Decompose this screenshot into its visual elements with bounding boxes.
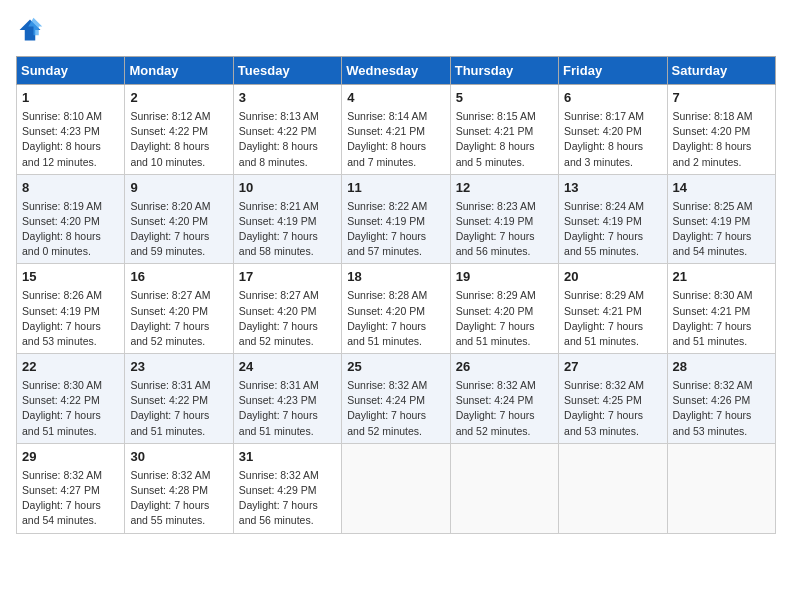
calendar-day-cell: 18 Sunrise: 8:28 AMSunset: 4:20 PMDaylig…	[342, 264, 450, 354]
day-number: 26	[456, 358, 553, 377]
calendar-day-cell: 29 Sunrise: 8:32 AMSunset: 4:27 PMDaylig…	[17, 443, 125, 533]
day-info: Sunrise: 8:32 AMSunset: 4:28 PMDaylight:…	[130, 469, 210, 527]
calendar-day-cell: 3 Sunrise: 8:13 AMSunset: 4:22 PMDayligh…	[233, 85, 341, 175]
day-info: Sunrise: 8:27 AMSunset: 4:20 PMDaylight:…	[239, 289, 319, 347]
calendar-day-cell: 20 Sunrise: 8:29 AMSunset: 4:21 PMDaylig…	[559, 264, 667, 354]
calendar-day-cell: 17 Sunrise: 8:27 AMSunset: 4:20 PMDaylig…	[233, 264, 341, 354]
day-number: 22	[22, 358, 119, 377]
day-number: 17	[239, 268, 336, 287]
calendar-day-cell: 10 Sunrise: 8:21 AMSunset: 4:19 PMDaylig…	[233, 174, 341, 264]
calendar-day-cell: 16 Sunrise: 8:27 AMSunset: 4:20 PMDaylig…	[125, 264, 233, 354]
calendar-day-cell: 23 Sunrise: 8:31 AMSunset: 4:22 PMDaylig…	[125, 354, 233, 444]
day-number: 25	[347, 358, 444, 377]
day-info: Sunrise: 8:19 AMSunset: 4:20 PMDaylight:…	[22, 200, 102, 258]
day-number: 1	[22, 89, 119, 108]
calendar-header-row: SundayMondayTuesdayWednesdayThursdayFrid…	[17, 57, 776, 85]
calendar-day-cell: 12 Sunrise: 8:23 AMSunset: 4:19 PMDaylig…	[450, 174, 558, 264]
day-info: Sunrise: 8:20 AMSunset: 4:20 PMDaylight:…	[130, 200, 210, 258]
day-number: 18	[347, 268, 444, 287]
day-number: 8	[22, 179, 119, 198]
day-info: Sunrise: 8:31 AMSunset: 4:23 PMDaylight:…	[239, 379, 319, 437]
day-number: 31	[239, 448, 336, 467]
day-info: Sunrise: 8:28 AMSunset: 4:20 PMDaylight:…	[347, 289, 427, 347]
day-info: Sunrise: 8:24 AMSunset: 4:19 PMDaylight:…	[564, 200, 644, 258]
calendar-day-cell	[667, 443, 775, 533]
day-info: Sunrise: 8:32 AMSunset: 4:27 PMDaylight:…	[22, 469, 102, 527]
day-number: 3	[239, 89, 336, 108]
day-of-week-header: Monday	[125, 57, 233, 85]
calendar-day-cell: 6 Sunrise: 8:17 AMSunset: 4:20 PMDayligh…	[559, 85, 667, 175]
day-number: 5	[456, 89, 553, 108]
calendar-day-cell: 11 Sunrise: 8:22 AMSunset: 4:19 PMDaylig…	[342, 174, 450, 264]
calendar-day-cell: 5 Sunrise: 8:15 AMSunset: 4:21 PMDayligh…	[450, 85, 558, 175]
calendar-day-cell: 15 Sunrise: 8:26 AMSunset: 4:19 PMDaylig…	[17, 264, 125, 354]
calendar-day-cell: 31 Sunrise: 8:32 AMSunset: 4:29 PMDaylig…	[233, 443, 341, 533]
day-info: Sunrise: 8:18 AMSunset: 4:20 PMDaylight:…	[673, 110, 753, 168]
calendar-day-cell: 25 Sunrise: 8:32 AMSunset: 4:24 PMDaylig…	[342, 354, 450, 444]
day-number: 13	[564, 179, 661, 198]
day-number: 10	[239, 179, 336, 198]
day-of-week-header: Sunday	[17, 57, 125, 85]
logo	[16, 16, 48, 44]
calendar-day-cell: 30 Sunrise: 8:32 AMSunset: 4:28 PMDaylig…	[125, 443, 233, 533]
calendar-day-cell: 13 Sunrise: 8:24 AMSunset: 4:19 PMDaylig…	[559, 174, 667, 264]
calendar-week-row: 1 Sunrise: 8:10 AMSunset: 4:23 PMDayligh…	[17, 85, 776, 175]
day-number: 12	[456, 179, 553, 198]
day-number: 2	[130, 89, 227, 108]
day-info: Sunrise: 8:26 AMSunset: 4:19 PMDaylight:…	[22, 289, 102, 347]
calendar-day-cell: 1 Sunrise: 8:10 AMSunset: 4:23 PMDayligh…	[17, 85, 125, 175]
day-number: 9	[130, 179, 227, 198]
day-info: Sunrise: 8:14 AMSunset: 4:21 PMDaylight:…	[347, 110, 427, 168]
day-info: Sunrise: 8:29 AMSunset: 4:20 PMDaylight:…	[456, 289, 536, 347]
day-info: Sunrise: 8:21 AMSunset: 4:19 PMDaylight:…	[239, 200, 319, 258]
calendar-day-cell: 8 Sunrise: 8:19 AMSunset: 4:20 PMDayligh…	[17, 174, 125, 264]
header	[16, 16, 776, 44]
day-info: Sunrise: 8:13 AMSunset: 4:22 PMDaylight:…	[239, 110, 319, 168]
calendar-day-cell	[559, 443, 667, 533]
day-number: 21	[673, 268, 770, 287]
day-number: 30	[130, 448, 227, 467]
calendar-day-cell	[342, 443, 450, 533]
day-info: Sunrise: 8:32 AMSunset: 4:25 PMDaylight:…	[564, 379, 644, 437]
calendar-week-row: 22 Sunrise: 8:30 AMSunset: 4:22 PMDaylig…	[17, 354, 776, 444]
calendar-day-cell: 21 Sunrise: 8:30 AMSunset: 4:21 PMDaylig…	[667, 264, 775, 354]
day-number: 6	[564, 89, 661, 108]
day-number: 23	[130, 358, 227, 377]
calendar-table: SundayMondayTuesdayWednesdayThursdayFrid…	[16, 56, 776, 534]
calendar-body: 1 Sunrise: 8:10 AMSunset: 4:23 PMDayligh…	[17, 85, 776, 534]
day-info: Sunrise: 8:17 AMSunset: 4:20 PMDaylight:…	[564, 110, 644, 168]
calendar-day-cell: 9 Sunrise: 8:20 AMSunset: 4:20 PMDayligh…	[125, 174, 233, 264]
calendar-week-row: 29 Sunrise: 8:32 AMSunset: 4:27 PMDaylig…	[17, 443, 776, 533]
day-number: 19	[456, 268, 553, 287]
calendar-day-cell: 2 Sunrise: 8:12 AMSunset: 4:22 PMDayligh…	[125, 85, 233, 175]
day-number: 20	[564, 268, 661, 287]
day-number: 15	[22, 268, 119, 287]
day-info: Sunrise: 8:15 AMSunset: 4:21 PMDaylight:…	[456, 110, 536, 168]
day-info: Sunrise: 8:32 AMSunset: 4:24 PMDaylight:…	[456, 379, 536, 437]
calendar-day-cell	[450, 443, 558, 533]
day-info: Sunrise: 8:12 AMSunset: 4:22 PMDaylight:…	[130, 110, 210, 168]
day-info: Sunrise: 8:32 AMSunset: 4:26 PMDaylight:…	[673, 379, 753, 437]
calendar-day-cell: 28 Sunrise: 8:32 AMSunset: 4:26 PMDaylig…	[667, 354, 775, 444]
day-info: Sunrise: 8:25 AMSunset: 4:19 PMDaylight:…	[673, 200, 753, 258]
calendar-day-cell: 22 Sunrise: 8:30 AMSunset: 4:22 PMDaylig…	[17, 354, 125, 444]
day-number: 16	[130, 268, 227, 287]
day-number: 29	[22, 448, 119, 467]
calendar-day-cell: 27 Sunrise: 8:32 AMSunset: 4:25 PMDaylig…	[559, 354, 667, 444]
day-of-week-header: Friday	[559, 57, 667, 85]
calendar-week-row: 8 Sunrise: 8:19 AMSunset: 4:20 PMDayligh…	[17, 174, 776, 264]
day-of-week-header: Saturday	[667, 57, 775, 85]
day-number: 7	[673, 89, 770, 108]
day-of-week-header: Wednesday	[342, 57, 450, 85]
day-info: Sunrise: 8:30 AMSunset: 4:22 PMDaylight:…	[22, 379, 102, 437]
calendar-day-cell: 7 Sunrise: 8:18 AMSunset: 4:20 PMDayligh…	[667, 85, 775, 175]
day-number: 27	[564, 358, 661, 377]
day-info: Sunrise: 8:31 AMSunset: 4:22 PMDaylight:…	[130, 379, 210, 437]
day-number: 11	[347, 179, 444, 198]
day-of-week-header: Thursday	[450, 57, 558, 85]
day-number: 4	[347, 89, 444, 108]
day-info: Sunrise: 8:10 AMSunset: 4:23 PMDaylight:…	[22, 110, 102, 168]
day-info: Sunrise: 8:29 AMSunset: 4:21 PMDaylight:…	[564, 289, 644, 347]
calendar-week-row: 15 Sunrise: 8:26 AMSunset: 4:19 PMDaylig…	[17, 264, 776, 354]
calendar-day-cell: 14 Sunrise: 8:25 AMSunset: 4:19 PMDaylig…	[667, 174, 775, 264]
